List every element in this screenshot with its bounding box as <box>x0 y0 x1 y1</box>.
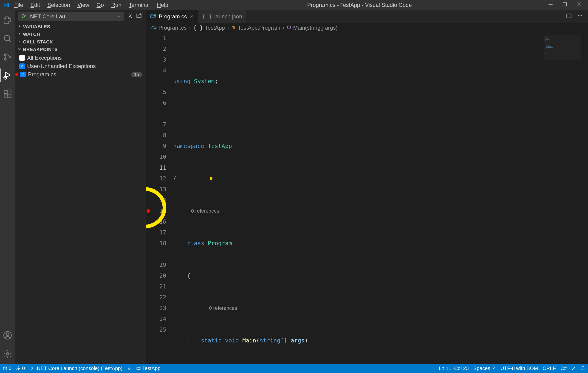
t: using <box>173 76 190 87</box>
breadcrumb-file[interactable]: C# Program.cs <box>151 25 187 31</box>
csharp-file-icon: C# <box>150 13 157 20</box>
checkbox-checked-icon[interactable]: ✓ <box>20 72 26 77</box>
section-variables[interactable]: VARIABLES <box>15 23 146 31</box>
status-folder-label: TestApp <box>142 365 160 371</box>
status-warnings[interactable]: 0 <box>16 365 25 371</box>
status-feedback-icon[interactable] <box>571 366 576 371</box>
chevron-right-icon <box>17 32 21 37</box>
debug-console-icon[interactable] <box>136 13 142 20</box>
checkbox-unchecked-icon[interactable] <box>19 55 25 61</box>
menu-go[interactable]: Go <box>93 1 107 9</box>
status-language[interactable]: C# <box>560 365 567 371</box>
chevron-right-icon <box>17 24 21 30</box>
svg-point-7 <box>4 58 6 60</box>
chevron-right-icon <box>17 39 21 45</box>
gutter[interactable]: 1 2 3 4 5 6 7 8 9 10 11 12 13 14 15 16 1… <box>146 33 171 364</box>
split-editor-icon[interactable] <box>566 13 572 20</box>
csharp-file-icon: C# <box>151 25 157 31</box>
t: TestApp <box>208 141 232 151</box>
lightbulb-icon[interactable] <box>176 163 213 195</box>
chevron-down-icon <box>17 47 21 53</box>
menu-edit[interactable]: Edit <box>27 1 43 9</box>
checkbox-checked-icon[interactable]: ✓ <box>19 64 25 69</box>
section-callstack[interactable]: CALL STACK <box>15 38 146 46</box>
svg-point-20 <box>6 352 9 355</box>
status-encoding[interactable]: UTF-8 with BOM <box>501 365 538 371</box>
breakpoint-dot-icon[interactable] <box>147 209 150 213</box>
status-spaces[interactable]: Spaces: 4 <box>473 365 496 371</box>
status-eol[interactable]: CRLF <box>543 365 556 371</box>
codelens-label[interactable]: 0 references <box>209 303 237 313</box>
section-breakpoints[interactable]: BREAKPOINTS <box>15 46 146 53</box>
breadcrumb[interactable]: C# Program.cs › { } TestApp › TestApp.Pr… <box>146 23 588 33</box>
status-folder[interactable]: TestApp <box>136 365 160 371</box>
t: string <box>260 335 280 346</box>
section-variables-label: VARIABLES <box>23 24 50 29</box>
t: void <box>225 335 239 346</box>
svg-point-6 <box>4 54 6 56</box>
maximize-button[interactable] <box>562 1 568 9</box>
menu-file[interactable]: File <box>11 1 26 9</box>
activity-extensions-icon[interactable] <box>0 88 15 100</box>
codelens-label[interactable]: 0 references <box>191 205 219 216</box>
breakpoints-list: All Exceptions ✓ User-Unhandled Exceptio… <box>15 53 146 79</box>
svg-marker-39 <box>31 367 33 370</box>
tabs-row: C# Program.cs { } launch.json <box>146 10 588 23</box>
svg-point-41 <box>573 367 575 368</box>
status-errors-count: 0 <box>9 365 11 371</box>
breadcrumb-class[interactable]: TestApp.Program <box>231 25 280 31</box>
status-errors[interactable]: 0 <box>3 365 11 371</box>
activity-run-debug-icon[interactable] <box>0 69 15 81</box>
activity-explorer-icon[interactable] <box>0 14 15 26</box>
more-actions-icon[interactable] <box>577 13 583 20</box>
debug-config-label: .NET Core Lau <box>29 13 115 20</box>
breadcrumb-method[interactable]: Main(string[] args) <box>287 25 337 31</box>
activity-source-control-icon[interactable] <box>0 51 15 63</box>
debug-settings-icon[interactable] <box>127 13 133 20</box>
status-warnings-count: 0 <box>22 365 25 371</box>
menu-view[interactable]: View <box>74 1 93 9</box>
activity-settings-icon[interactable] <box>0 348 15 360</box>
svg-point-4 <box>4 35 10 41</box>
minimap[interactable]: ▬▬ ▬▬▬▬▬▬▬ ▬▬▬▬ ▬▬ ▬▬▬ ▬ ▬▬▬ ▬▬ ▬▬▬▬ ▬▬▬… <box>544 35 581 60</box>
debug-config-select[interactable]: .NET Core Lau <box>18 12 124 21</box>
svg-point-31 <box>579 15 580 16</box>
chevron-down-icon <box>117 13 121 20</box>
svg-rect-14 <box>4 90 7 93</box>
breadcrumb-cls-label: TestApp.Program <box>238 25 280 31</box>
status-notifications-icon[interactable] <box>581 366 585 371</box>
minimize-button[interactable] <box>547 1 554 9</box>
t: System <box>194 76 215 87</box>
status-launch-label: .NET Core Launch (console) (TestApp) <box>36 365 123 371</box>
breadcrumb-namespace[interactable]: { } TestApp <box>193 25 225 31</box>
title-bar: File Edit Selection View Go Run Terminal… <box>0 0 588 10</box>
breakpoint-all-exceptions[interactable]: All Exceptions <box>15 54 146 62</box>
status-flame-icon[interactable] <box>127 366 132 371</box>
activity-accounts-icon[interactable] <box>0 329 15 341</box>
menu-run[interactable]: Run <box>108 1 125 9</box>
svg-rect-17 <box>8 90 11 93</box>
debug-sidebar: .NET Core Lau VARIABLES WATCH CALL STACK <box>15 10 146 364</box>
editor-body[interactable]: 1 2 3 4 5 6 7 8 9 10 11 12 13 14 15 16 1… <box>146 33 588 364</box>
breakpoint-label: User-Unhandled Exceptions <box>27 63 96 69</box>
status-debug-launch[interactable]: .NET Core Launch (console) (TestApp) <box>30 365 123 371</box>
tab-program-cs[interactable]: C# Program.cs <box>146 10 198 23</box>
class-icon <box>231 25 236 31</box>
close-icon[interactable] <box>189 13 194 20</box>
t: Program <box>208 238 232 249</box>
menu-help[interactable]: Help <box>154 1 171 9</box>
menu-terminal[interactable]: Terminal <box>126 1 153 9</box>
status-cursor[interactable]: Ln 11, Col 23 <box>439 365 469 371</box>
code-area[interactable]: using System; namespace TestApp { 0 refe… <box>171 33 588 364</box>
menu-bar: File Edit Selection View Go Run Terminal… <box>11 1 172 9</box>
breakpoint-program-cs[interactable]: ✓ Program.cs 15 <box>15 70 146 79</box>
activity-search-icon[interactable] <box>0 33 15 45</box>
close-button[interactable] <box>576 1 582 9</box>
section-watch[interactable]: WATCH <box>15 31 146 38</box>
tab-launch-json[interactable]: { } launch.json <box>198 10 246 23</box>
breadcrumb-ns-label: TestApp <box>205 25 225 31</box>
menu-selection[interactable]: Selection <box>44 1 73 9</box>
breakpoint-user-unhandled[interactable]: ✓ User-Unhandled Exceptions <box>15 62 146 70</box>
svg-rect-15 <box>4 94 7 97</box>
section-watch-label: WATCH <box>23 32 40 37</box>
